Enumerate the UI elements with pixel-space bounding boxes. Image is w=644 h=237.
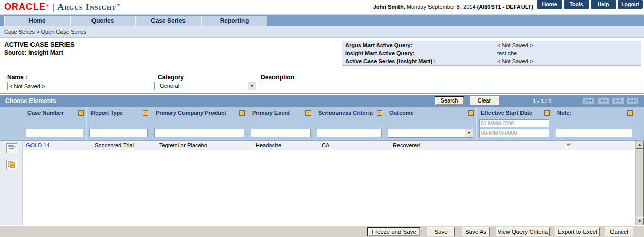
seriousness-criteria-header: Seriousness Criteria <box>318 110 373 116</box>
sort-icon[interactable]: ↕ <box>627 110 633 116</box>
scrollbar-thumb[interactable] <box>636 149 644 217</box>
topnav-home-button[interactable]: Home <box>537 0 562 9</box>
sort-icon[interactable]: ↕ <box>377 110 382 116</box>
case-number-link[interactable]: GOLD 14 <box>26 142 49 148</box>
column-seriousness-criteria: Seriousness Criteria ↕ <box>314 107 385 140</box>
save-button[interactable]: Save <box>427 227 455 236</box>
scroll-down-icon[interactable]: ▼ <box>636 217 644 225</box>
page-subtitle: Source: Insight Mart <box>4 49 63 56</box>
next-page-icon[interactable]: ►► <box>612 97 624 105</box>
sort-icon[interactable]: ↕ <box>468 110 474 116</box>
tab-case-series[interactable]: Case Series <box>135 16 201 26</box>
row-tools-gutter <box>0 141 23 225</box>
copy-case-series-icon[interactable] <box>6 160 17 170</box>
case-series-notes-icon[interactable] <box>6 143 17 153</box>
active-case-series-value: < Not Saved > <box>497 58 533 64</box>
clear-button[interactable]: Clear <box>470 96 499 105</box>
choose-elements-bar: Choose Elements Search Clear 1 - 1 / 1 |… <box>0 95 644 107</box>
trademark-mark: ™ <box>116 3 120 8</box>
primary-event-header: Primary Event <box>252 110 290 116</box>
name-input[interactable] <box>7 82 155 90</box>
choose-elements-title: Choose Elements <box>5 95 56 107</box>
category-selected-value: General <box>160 83 179 89</box>
primary-company-product-filter-input[interactable] <box>154 129 244 137</box>
effective-start-date-from-input[interactable] <box>479 119 549 127</box>
note-cell <box>553 141 635 150</box>
column-primary-company-product: Primary Company Product ↕ <box>151 107 248 140</box>
case-number-header: Case Number <box>27 110 64 116</box>
user-info: John Smith, Monday September 8, 2014 (AI… <box>373 4 533 10</box>
primary-event-filter-input[interactable] <box>251 129 311 137</box>
breadcrumb: Case Series > Open Case Series <box>0 26 644 38</box>
scroll-up-icon[interactable]: ▲ <box>636 141 644 149</box>
row-tools-gutter-header <box>0 107 23 140</box>
table-row[interactable]: GOLD 14 Sponsored Trial Tegretol or Plac… <box>23 141 635 150</box>
main-tabbar: Home Queries Case Series Reporting <box>0 14 644 26</box>
footer-action-bar: Freeze and Save Save Save As View Query … <box>0 226 644 237</box>
sort-icon[interactable]: ↕ <box>143 110 148 116</box>
report-type-header: Report Type <box>91 110 123 116</box>
outcome-header: Outcome <box>389 110 414 116</box>
tab-home[interactable]: Home <box>4 16 70 26</box>
first-page-icon[interactable]: |◄◄ <box>582 97 595 105</box>
insight-mart-query-label: Insight Mart Active Query: <box>345 50 415 56</box>
chevron-down-icon[interactable]: ▼ <box>248 82 256 90</box>
save-as-button[interactable]: Save As <box>462 227 490 236</box>
argus-mart-query-label: Argus Mart Active Query: <box>345 42 412 48</box>
active-query-info-box: Argus Mart Active Query: < Not Saved > I… <box>342 41 641 66</box>
column-report-type: Report Type ↕ <box>86 107 151 140</box>
outcome-filter-select[interactable]: ▼ <box>388 129 473 138</box>
vertical-scrollbar[interactable]: ▲ ▼ <box>635 141 644 225</box>
note-icon[interactable] <box>566 142 571 148</box>
seriousness-criteria-cell: CA <box>314 141 385 150</box>
sort-icon[interactable]: ↕ <box>78 110 84 116</box>
seriousness-criteria-filter-input[interactable] <box>317 129 382 137</box>
insight-mart-query-value: test qbe <box>497 50 517 56</box>
cancel-button[interactable]: Cancel <box>605 227 633 236</box>
export-to-excel-button[interactable]: Export to Excel <box>555 227 600 236</box>
case-series-form: Name : Category Description General ▼ <box>0 71 644 94</box>
tab-reporting[interactable]: Reporting <box>201 16 267 26</box>
report-type-cell: Sponsored Trial <box>86 141 151 150</box>
primary-event-cell: Headache <box>248 141 314 150</box>
argus-mart-query-value: < Not Saved > <box>497 42 533 48</box>
brand-divider <box>53 4 54 12</box>
topnav-logout-button[interactable]: Logout <box>618 0 643 9</box>
topnav-help-button[interactable]: Help <box>591 0 616 9</box>
results-table-body: GOLD 14 Sponsored Trial Tegretol or Plac… <box>0 141 644 225</box>
name-label: Name : <box>7 74 27 81</box>
topnav-tools-button[interactable]: Tools <box>564 0 589 9</box>
brand: ORACLE®Argus Insight™ <box>4 2 120 12</box>
freeze-and-save-button[interactable]: Freeze and Save <box>367 227 420 236</box>
sort-icon[interactable]: ↕ <box>305 110 311 116</box>
case-number-cell: GOLD 14 <box>23 141 86 150</box>
top-header: ORACLE®Argus Insight™ John Smith, Monday… <box>0 0 644 14</box>
copy-sheets-icon <box>8 161 16 168</box>
report-type-filter-input[interactable] <box>89 129 148 137</box>
case-number-filter-input[interactable] <box>26 129 83 137</box>
top-nav: Home Tools Help Logout <box>537 0 643 9</box>
note-header: Note: <box>557 110 571 116</box>
product-name: Argus Insight <box>57 2 116 12</box>
column-note: Note: ↕ <box>553 107 635 140</box>
active-case-series-label: Active Case Series (Insight Mart) : <box>345 58 436 64</box>
scrollbar-gutter-header <box>635 107 644 140</box>
search-button[interactable]: Search <box>435 96 464 105</box>
last-page-icon[interactable]: ►►| <box>627 97 639 105</box>
column-effective-start-date: Effective Start Date ↕ <box>476 107 553 140</box>
description-input[interactable] <box>261 82 639 90</box>
category-select[interactable]: General ▼ <box>158 82 256 90</box>
previous-page-icon[interactable]: ◄◄ <box>597 97 609 105</box>
chevron-down-icon[interactable]: ▼ <box>465 129 473 137</box>
query-info-row: Argus Mart Active Query: < Not Saved > <box>342 42 641 49</box>
sort-icon[interactable]: ↕ <box>239 110 245 116</box>
note-filter-input[interactable] <box>556 129 632 137</box>
column-outcome: Outcome ↕ ▼ <box>385 107 476 140</box>
pagination-status: 1 - 1 / 1 <box>533 95 551 107</box>
effective-start-date-to-input[interactable] <box>479 129 549 137</box>
tab-queries[interactable]: Queries <box>70 16 135 26</box>
sort-icon[interactable]: ↕ <box>544 110 550 116</box>
column-case-number: Case Number ↕ <box>23 107 86 140</box>
view-query-criteria-button[interactable]: View Query Criteria <box>496 227 550 236</box>
app-window: ORACLE®Argus Insight™ John Smith, Monday… <box>0 0 644 237</box>
